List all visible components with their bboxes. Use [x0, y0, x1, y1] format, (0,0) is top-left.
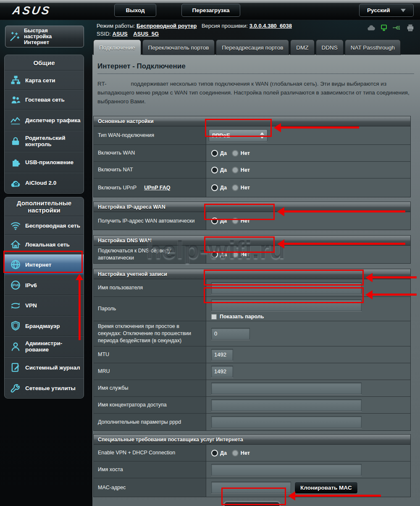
top-highlight [0, 0, 420, 3]
section-title: Общие [5, 55, 84, 71]
sidebar-item-parental-control[interactable]: Родительский контроль [5, 131, 84, 152]
logout-button[interactable]: Выход [114, 4, 156, 17]
radio-yes[interactable] [211, 150, 218, 157]
network-map-icon [10, 74, 21, 86]
sidebar-item-vpn[interactable]: VPN [5, 295, 84, 316]
sidebar: Быстрая настройка Интернет Общие Карта с… [0, 20, 92, 506]
clone-mac-button[interactable]: Клонировать MAC [294, 482, 358, 494]
printer-icon[interactable] [406, 24, 415, 32]
radio-yes[interactable] [211, 251, 218, 258]
page-description: RT-поддерживает несколько типов подключе… [97, 79, 414, 106]
reboot-button[interactable]: Перезагрузка [181, 4, 240, 17]
row-idle-disconnect: Время отключения при простое в секундах:… [94, 321, 410, 346]
sidebar-item-aicloud[interactable]: AiCloud 2.0 [5, 173, 84, 193]
section-header: Настройка DNS WAN [94, 236, 410, 246]
radio-no[interactable] [232, 251, 239, 258]
title-divider [97, 73, 414, 74]
usb-icon[interactable] [393, 24, 402, 32]
table-basic-config: Основные настройки Тип WAN-подключения P… [93, 116, 411, 197]
description-text: поддерживает несколько типов подключения… [97, 81, 410, 105]
row-access-concentrator: Имя концентратора доступа [94, 397, 410, 414]
sidebar-item-system-log[interactable]: Системный журнал [5, 357, 84, 378]
field-label: MAC-адрес [94, 478, 206, 497]
sidebar-item-administration[interactable]: Администри- рование [5, 336, 84, 357]
section-header: Специальные требования поставщика услуг … [94, 435, 410, 445]
firmware-label: Версия прошивки: [202, 23, 248, 29]
hostname-input[interactable] [211, 464, 362, 476]
row-wan-ip-auto: Получить IP-адрес WAN автоматически ДаНе… [94, 212, 410, 230]
firmware-link[interactable]: 3.0.0.4.380_6038 [249, 23, 292, 29]
password-input[interactable] [211, 299, 362, 311]
mac-address-input[interactable] [211, 482, 291, 493]
access-concentrator-input[interactable] [211, 399, 362, 411]
sidebar-item-lan[interactable]: Локальная сеть [5, 235, 84, 254]
sidebar-item-network-tools[interactable]: Сетевые утилиты [5, 378, 84, 398]
radio-no[interactable] [232, 218, 239, 224]
apply-row: Применить [93, 500, 411, 506]
upnp-faq-link[interactable]: UPnP FAQ [144, 184, 170, 191]
page-title: Интернет - Подключение [97, 62, 414, 71]
field-label: Время отключения при простое в секундах:… [94, 321, 206, 346]
tab-ddns[interactable]: DDNS [316, 39, 344, 55]
username-input[interactable] [211, 282, 362, 294]
top-bar: ASUS Выход Перезагрузка Русский [0, 0, 420, 20]
tab-port-forwarding[interactable]: Переадресация портов [216, 39, 289, 55]
sidebar-item-wireless[interactable]: Беспроводная сеть [5, 216, 84, 235]
sidebar-item-ipv6[interactable]: IPv6 IPv6 [5, 275, 84, 295]
clients-icon[interactable] [380, 24, 389, 32]
tab-dmz[interactable]: DMZ [290, 39, 314, 55]
sidebar-item-firewall[interactable]: Брандмауэр [5, 316, 84, 336]
tab-bar: Подключение Переключатель портов Переадр… [93, 39, 402, 55]
show-password-checkbox[interactable] [211, 314, 217, 320]
ssid-5g-link[interactable]: ASUS_5G [133, 31, 159, 37]
wan-type-select[interactable]: PPPoE [209, 129, 268, 142]
field-label: Имя службы [94, 380, 206, 396]
row-mtu: MTU [94, 346, 410, 363]
cloud-icon[interactable] [367, 24, 376, 32]
idle-time-input[interactable] [211, 328, 250, 340]
usb-application-icon [10, 156, 21, 168]
field-label: Дополнительные параметры pppd [94, 414, 206, 430]
sidebar-item-traffic-manager[interactable]: Диспетчер трафика [5, 110, 84, 131]
tab-nat-passthrough[interactable]: NAT Passthrough [345, 39, 401, 55]
ssid-24-link[interactable]: ASUS [113, 31, 128, 37]
row-enable-nat: Включить NAT ДаНет [94, 162, 410, 178]
apply-button[interactable]: Применить [224, 502, 280, 506]
tab-connection[interactable]: Подключение [93, 39, 141, 55]
row-username: Имя пользователя [94, 279, 410, 297]
field-label: Имя пользователя [94, 279, 206, 296]
mode-link[interactable]: Беспроводной роутер [136, 23, 197, 29]
language-selector[interactable]: Русский [359, 4, 414, 17]
field-label: Имя концентратора доступа [94, 397, 206, 413]
mtu-input[interactable] [211, 349, 233, 361]
radio-yes[interactable] [211, 167, 218, 173]
row-service-name: Имя службы [94, 380, 410, 397]
radio-no[interactable] [232, 450, 239, 456]
sidebar-item-usb-application[interactable]: USB-приложение [5, 152, 84, 173]
table-wan-ip: Настройка IP-адреса WAN Получить IP-адре… [93, 202, 411, 230]
pppd-options-input[interactable] [211, 416, 362, 428]
row-enable-upnp: Включить UPnPUPnP FAQ ДаНет [94, 178, 410, 197]
mru-input[interactable] [211, 366, 233, 378]
main-content: Интернет - Подключение RT-поддерживает н… [92, 55, 420, 506]
wireless-icon [10, 220, 21, 231]
radio-yes[interactable] [211, 218, 218, 224]
sidebar-section-general: Общие Карта сети Гостевая сеть Диспетчер… [4, 55, 84, 194]
service-name-input[interactable] [211, 383, 362, 394]
quick-setup-button[interactable]: Быстрая настройка Интернет [5, 26, 84, 47]
section-header: Настройка учетной записи [94, 269, 410, 279]
sidebar-item-network-map[interactable]: Карта сети [5, 71, 84, 90]
radio-no[interactable] [232, 184, 239, 191]
radio-no[interactable] [232, 167, 239, 173]
radio-yes[interactable] [211, 184, 218, 191]
field-label: Пароль [94, 297, 206, 321]
show-password-label: Показать пароль [220, 314, 264, 320]
tab-port-trigger[interactable]: Переключатель портов [142, 39, 215, 55]
row-vpn-dhcp: Enable VPN + DHCP Connection ДаНет [94, 445, 410, 461]
radio-yes[interactable] [211, 450, 218, 456]
radio-no[interactable] [232, 150, 239, 157]
sidebar-item-internet[interactable]: Интернет [5, 254, 84, 275]
sidebar-item-guest-network[interactable]: Гостевая сеть [5, 90, 84, 110]
field-label: MRU [94, 363, 206, 380]
sidebar-section-advanced: Дополнительные настройки Беспроводная се… [4, 197, 84, 399]
